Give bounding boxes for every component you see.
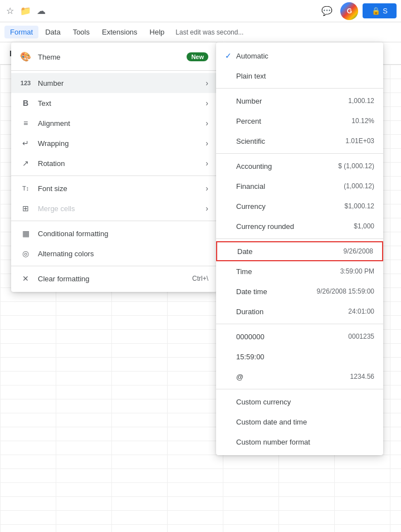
submenu-at[interactable]: @ 1234.56 (216, 367, 383, 387)
format-menu-alternating[interactable]: ◎ Alternating colors (11, 243, 217, 263)
custom-currency-label: Custom currency (236, 398, 374, 406)
format-menu-alignment[interactable]: ≡ Alignment › (11, 113, 217, 133)
format-menu-theme[interactable]: 🎨 Theme New (11, 46, 217, 68)
datetime-value: 9/26/2008 15:59:00 (317, 287, 374, 295)
conditional-label: Conditional formatting (38, 230, 208, 238)
rotation-icon: ↗ (20, 158, 31, 169)
menu-help[interactable]: Help (144, 26, 170, 38)
accounting-label: Accounting (236, 162, 338, 170)
share-button[interactable]: 🔒 S (363, 3, 397, 18)
currency-value: $1,000.12 (345, 202, 374, 210)
chat-icon[interactable]: 💬 (318, 2, 336, 20)
menu-extensions[interactable]: Extensions (96, 26, 143, 38)
duration-label: Duration (236, 308, 348, 316)
google-account-icon[interactable]: G (340, 2, 358, 20)
submenu-custom-datetime[interactable]: Custom date and time (216, 412, 383, 432)
submenu-financial[interactable]: Financial (1,000.12) (216, 176, 383, 196)
menu-format[interactable]: Format (4, 26, 38, 38)
theme-label: Theme (38, 53, 187, 61)
menu-divider-1 (11, 70, 217, 71)
text-arrow-icon: › (206, 99, 208, 108)
clearformat-icon: ✕ (20, 273, 31, 284)
submenu-divider-1 (216, 88, 383, 89)
duration-value: 24:01:00 (348, 308, 374, 315)
financial-value: (1,000.12) (344, 182, 374, 190)
clearformat-shortcut: Ctrl+\ (192, 275, 208, 282)
wrapping-label: Wrapping (38, 139, 206, 148)
accounting-value: $ (1,000.12) (338, 162, 374, 170)
submenu-time[interactable]: Time 3:59:00 PM (216, 261, 383, 281)
timefmt-label: 15:59:00 (236, 353, 374, 361)
submenu-divider-2 (216, 153, 383, 154)
submenu-accounting[interactable]: Accounting $ (1,000.12) (216, 156, 383, 176)
currency-rounded-value: $1,000 (354, 222, 374, 230)
submenu-date[interactable]: Date 9/26/2008 (216, 241, 383, 261)
format-dropdown-menu: 🎨 Theme New 123 Number › B Text › ≡ Alig… (11, 42, 217, 292)
top-right-icons: 💬 G 🔒 S (318, 2, 397, 20)
time-label: Time (236, 267, 340, 276)
submenu-datetime[interactable]: Date time 9/26/2008 15:59:00 (216, 281, 383, 301)
format-menu-number[interactable]: 123 Number › (11, 73, 217, 93)
clearformat-label: Clear formatting (38, 275, 192, 283)
text-label: Text (38, 99, 206, 108)
text-bold-icon: B (20, 97, 31, 109)
number-format-label: Number (236, 97, 348, 105)
at-label: @ (236, 373, 350, 381)
alignment-icon: ≡ (20, 118, 31, 129)
fontsize-arrow-icon: › (206, 184, 208, 193)
submenu-percent[interactable]: Percent 10.12% (216, 111, 383, 131)
number-arrow-icon: › (206, 79, 208, 87)
submenu-scientific[interactable]: Scientific 1.01E+03 (216, 131, 383, 151)
date-value: 9/26/2008 (344, 247, 373, 255)
folder-icon[interactable]: 📁 (20, 6, 31, 17)
star-icon[interactable]: ☆ (4, 6, 16, 17)
format-menu-text[interactable]: B Text › (11, 93, 217, 113)
alignment-arrow-icon: › (206, 119, 208, 128)
alternating-label: Alternating colors (38, 250, 208, 258)
zerofill-value: 0001235 (348, 333, 374, 340)
rotation-arrow-icon: › (206, 159, 208, 168)
custom-number-label: Custom number format (236, 438, 374, 446)
submenu-number[interactable]: Number 1,000.12 (216, 91, 383, 111)
submenu-currency[interactable]: Currency $1,000.12 (216, 196, 383, 216)
submenu-currency-rounded[interactable]: Currency rounded $1,000 (216, 216, 383, 236)
mergecells-arrow-icon: › (206, 204, 208, 213)
format-menu-mergecells[interactable]: ⊞ Merge cells › (11, 198, 217, 218)
menu-divider-2 (11, 175, 217, 176)
datetime-label: Date time (236, 287, 317, 296)
submenu-plaintext[interactable]: Plain text (216, 66, 383, 86)
submenu-custom-currency[interactable]: Custom currency (216, 392, 383, 412)
submenu-timefmt[interactable]: 15:59:00 (216, 346, 383, 367)
number-submenu: ✓ Automatic Plain text Number 1,000.12 P… (216, 42, 383, 455)
submenu-automatic[interactable]: ✓ Automatic (216, 46, 383, 66)
checkmark-icon: ✓ (225, 51, 236, 60)
fontsize-label: Font size (38, 184, 206, 193)
submenu-duration[interactable]: Duration 24:01:00 (216, 301, 383, 321)
format-menu-wrapping[interactable]: ↵ Wrapping › (11, 133, 217, 153)
cloud-icon[interactable]: ☁ (36, 6, 47, 17)
format-menu-conditional[interactable]: ▦ Conditional formatting (11, 223, 217, 243)
number-icon: 123 (20, 77, 31, 89)
number-format-value: 1,000.12 (348, 97, 374, 105)
mergecells-icon: ⊞ (20, 203, 31, 214)
currency-rounded-label: Currency rounded (236, 222, 354, 231)
menu-tools[interactable]: Tools (67, 26, 95, 38)
menu-data[interactable]: Data (40, 26, 66, 38)
menu-divider-3 (11, 221, 217, 221)
format-menu-fontsize[interactable]: T↕ Font size › (11, 178, 217, 198)
mergecells-label: Merge cells (38, 204, 206, 213)
format-menu-rotation[interactable]: ↗ Rotation › (11, 153, 217, 173)
submenu-custom-number[interactable]: Custom number format (216, 432, 383, 452)
submenu-zerofill[interactable]: 0000000 0001235 (216, 326, 383, 346)
custom-datetime-label: Custom date and time (236, 418, 374, 426)
scientific-value: 1.01E+03 (345, 137, 374, 145)
format-menu-clear[interactable]: ✕ Clear formatting Ctrl+\ (11, 269, 217, 289)
lock-icon: 🔒 (371, 7, 380, 15)
wrapping-icon: ↵ (20, 138, 31, 149)
alignment-label: Alignment (38, 119, 206, 128)
rotation-label: Rotation (38, 159, 206, 168)
scientific-label: Scientific (236, 137, 345, 145)
percent-value: 10.12% (351, 117, 374, 125)
top-bar: ☆ 📁 ☁ 💬 G 🔒 S (0, 0, 401, 22)
share-label: S (383, 7, 388, 15)
